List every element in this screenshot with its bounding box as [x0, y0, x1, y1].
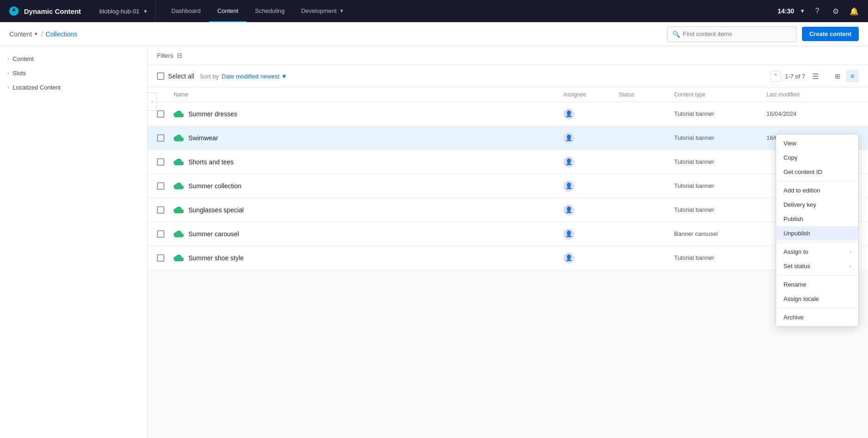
breadcrumb-content-link[interactable]: Content ▼ [9, 30, 38, 38]
expand-icon: ▼ [800, 8, 805, 14]
sort-by-label: Sort by [200, 73, 219, 80]
menu-item-view[interactable]: View [776, 136, 858, 150]
row-3-checkbox[interactable] [157, 158, 164, 166]
row-3-assignee: 👤 [563, 156, 619, 168]
context-menu: View Copy Get content ID Add to edition … [776, 134, 859, 327]
main-layout: › Content › Slots › Localized Content ‹ … [0, 46, 868, 438]
collapse-up-icon: ⌃ [773, 73, 778, 79]
slots-chevron-icon: › [7, 71, 9, 76]
tab-content[interactable]: Content [209, 0, 247, 22]
sort-chevron-icon: ▼ [281, 73, 287, 80]
menu-item-copy[interactable]: Copy [776, 150, 858, 165]
logo-icon [7, 5, 20, 18]
settings-button[interactable]: ⚙ [829, 5, 842, 18]
row-1-checkbox[interactable] [157, 110, 164, 118]
app-logo: Dynamic Content [7, 5, 81, 18]
row-3-name: Shorts and tees [174, 157, 563, 167]
assign-to-submenu-icon: › [850, 249, 851, 254]
search-input[interactable] [683, 30, 791, 37]
table-row[interactable]: Sunglasses special 👤 Tutorial banner [148, 198, 868, 222]
table-row[interactable]: Swimwear 👤 Tutorial banner 16/04/2024 ··… [148, 126, 868, 150]
column-settings-button[interactable]: ☰ [809, 70, 822, 83]
header-last-modified-col: Last modified [766, 91, 840, 98]
row-6-avatar: 👤 [563, 228, 574, 240]
sub-header: Content ▼ / Collections 🔍 Create content [0, 22, 868, 46]
row-5-avatar: 👤 [563, 204, 574, 216]
table-row[interactable]: Shorts and tees 👤 Tutorial banner [148, 150, 868, 174]
menu-item-rename[interactable]: Rename [776, 277, 858, 292]
sidebar-item-localized-content[interactable]: › Localized Content [0, 80, 147, 95]
sidebar-item-content[interactable]: › Content [0, 52, 147, 66]
sidebar-collapse-button[interactable]: ‹ [148, 92, 157, 111]
menu-item-delivery-key[interactable]: Delivery key [776, 198, 858, 212]
row-6-content-type: Banner carousel [674, 230, 766, 237]
row-5-checkbox[interactable] [157, 206, 164, 214]
row-7-avatar: 👤 [563, 252, 574, 264]
grid-view-button[interactable]: ⊞ [831, 70, 844, 83]
menu-item-archive[interactable]: Archive [776, 310, 858, 324]
filter-icon[interactable]: ⊟ [177, 52, 182, 59]
menu-item-get-content-id[interactable]: Get content ID [776, 165, 858, 179]
tab-development[interactable]: Development ▼ [293, 0, 352, 22]
tab-scheduling[interactable]: Scheduling [247, 0, 293, 22]
help-button[interactable]: ? [811, 5, 824, 18]
project-selector[interactable]: bloblog-hub-01 ▼ [92, 0, 156, 22]
menu-item-assign-locale[interactable]: Assign locale [776, 292, 858, 306]
table-header: Name Assignee Status Content type Last m… [148, 88, 868, 102]
collapse-panel-button[interactable]: ⌃ [770, 71, 781, 82]
table-row[interactable]: Summer shoe style 👤 Tutorial banner [148, 246, 868, 270]
row-6-name: Summer carousel [174, 229, 563, 239]
row-7-name: Summer shoe style [174, 253, 563, 263]
row-4-content-type: Tutorial banner [674, 182, 766, 189]
development-chevron-icon: ▼ [339, 8, 344, 13]
tab-dashboard[interactable]: Dashboard [163, 0, 209, 22]
menu-item-unpublish[interactable]: Unpublish [776, 226, 858, 240]
select-all-label[interactable]: Select all [168, 72, 194, 80]
notifications-button[interactable]: 🔔 [848, 5, 861, 18]
table-row[interactable]: Summer carousel 👤 Banner carousel [148, 222, 868, 246]
row-7-checkbox[interactable] [157, 254, 164, 262]
header-assignee-col: Assignee [563, 91, 619, 98]
menu-item-assign-to[interactable]: Assign to › [776, 245, 858, 259]
time-display: 14:30 [778, 7, 794, 15]
sort-dropdown[interactable]: Date modified newest ▼ [222, 73, 287, 80]
set-status-submenu-icon: › [850, 264, 851, 269]
view-controls: ⊞ ≡ [831, 70, 859, 83]
sort-area: Sort by Date modified newest ▼ [200, 73, 287, 80]
row-4-checkbox[interactable] [157, 182, 164, 190]
search-icon: 🔍 [672, 30, 680, 38]
row-1-content-type: Tutorial banner [674, 110, 766, 117]
table-row[interactable]: Summer collection 👤 Tutorial banner [148, 174, 868, 198]
row-2-checkbox[interactable] [157, 134, 164, 142]
localized-chevron-icon: › [7, 85, 9, 90]
breadcrumb-separator: / [41, 30, 43, 38]
header-content-type-col: Content type [674, 91, 766, 98]
row-2-content-type: Tutorial banner [674, 134, 766, 141]
menu-item-add-to-edition[interactable]: Add to edition [776, 183, 858, 198]
sidebar-item-slots[interactable]: › Slots [0, 66, 147, 80]
collapse-arrow-icon: ‹ [151, 99, 153, 104]
breadcrumb-arrow-icon: ▼ [34, 31, 38, 36]
table-row[interactable]: Summer dresses 👤 Tutorial banner 16/04/2… [148, 102, 868, 126]
menu-item-set-status[interactable]: Set status › [776, 259, 858, 273]
row-6-checkbox[interactable] [157, 230, 164, 238]
breadcrumb-collections[interactable]: Collections [46, 30, 77, 38]
row-3-content-type: Tutorial banner [674, 158, 766, 165]
row-3-avatar: 👤 [563, 156, 574, 168]
row-7-content-type: Tutorial banner [674, 254, 766, 261]
row-5-assignee: 👤 [563, 204, 619, 216]
row-3-content-icon [174, 157, 184, 167]
menu-divider-4 [776, 308, 858, 308]
row-4-avatar: 👤 [563, 180, 574, 192]
row-1-assignee: 👤 [563, 108, 619, 120]
list-view-button[interactable]: ≡ [846, 70, 859, 83]
row-1-last-modified: 16/04/2024 [766, 110, 840, 117]
select-all-checkbox[interactable] [157, 72, 164, 80]
search-box[interactable]: 🔍 [667, 26, 796, 42]
menu-divider-3 [776, 275, 858, 276]
row-4-content-icon [174, 181, 184, 191]
app-title: Dynamic Content [24, 7, 81, 15]
row-4-name: Summer collection [174, 181, 563, 191]
menu-item-publish[interactable]: Publish [776, 212, 858, 226]
create-content-button[interactable]: Create content [802, 27, 859, 41]
